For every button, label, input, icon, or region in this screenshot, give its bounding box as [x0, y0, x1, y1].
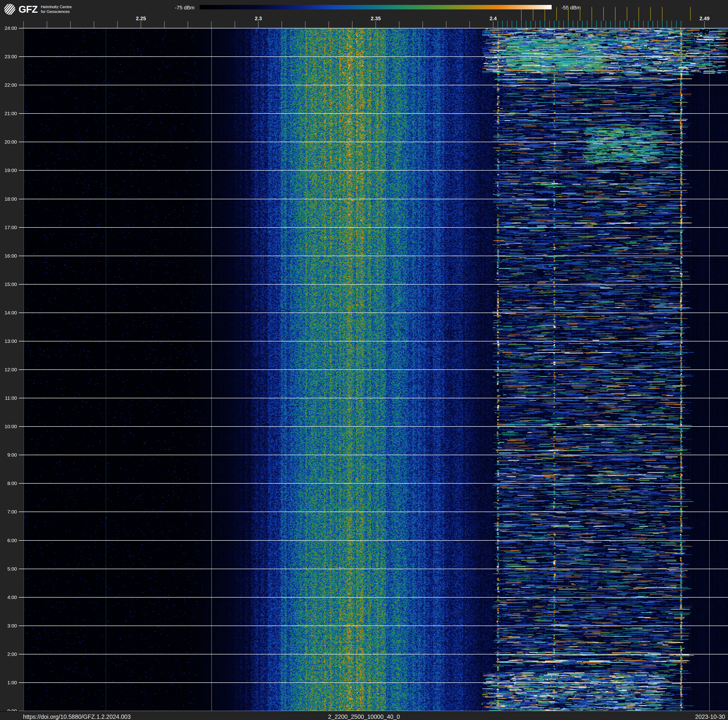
ble-channel-tick: [563, 21, 564, 28]
time-axis-label: 14:00: [5, 310, 17, 316]
ble-channel-tick: [610, 21, 611, 28]
ble-channel-tick: [521, 21, 522, 28]
hour-gridline: [19, 57, 728, 57]
freq-minor-tick: [470, 21, 470, 28]
ble-channel-tick: [535, 21, 536, 28]
time-axis-label: 16:00: [5, 253, 17, 259]
ble-channel-tick: [507, 21, 508, 28]
freq-minor-tick: [399, 21, 399, 28]
ble-channel-tick: [578, 21, 578, 28]
hour-gridline: [19, 113, 728, 114]
time-axis-label: 2:00: [7, 651, 17, 657]
hour-gridline: [19, 483, 728, 484]
hour-gridline: [19, 569, 728, 569]
ble-channel-tick: [634, 21, 634, 28]
ble-channel-tick: [676, 21, 677, 28]
hour-gridline: [19, 625, 728, 626]
ble-channel-tick: [596, 21, 597, 28]
hour-gridline: [19, 256, 728, 256]
time-axis-label: 18:00: [5, 196, 17, 202]
ble-channel-tick: [662, 21, 662, 28]
freq-minor-tick: [422, 21, 423, 28]
wifi-channel-tick: [639, 7, 639, 21]
time-axis-label: 10:00: [5, 424, 17, 429]
ble-channel-tick: [516, 21, 517, 28]
ble-channel-tick: [601, 21, 601, 28]
time-axis-label: 15:00: [5, 282, 17, 287]
time-axis-label: 12:00: [5, 367, 17, 372]
freq-tick-label: 2.25: [136, 15, 146, 21]
hour-gridline: [19, 170, 728, 171]
time-axis-label: 6:00: [7, 538, 17, 543]
wifi-channel-tick: [650, 7, 651, 21]
ble-channel-tick: [657, 21, 658, 28]
hour-gridline: [19, 682, 728, 683]
ble-channel-tick: [648, 21, 648, 28]
hour-gridline: [19, 199, 728, 199]
hour-gridline: [19, 512, 728, 512]
wifi-channel-tick: [662, 7, 662, 21]
hour-gridline: [19, 369, 728, 370]
hour-gridline: [19, 398, 728, 398]
ble-channel-tick: [639, 21, 639, 28]
ble-channel-tick: [606, 21, 606, 28]
gfz-logo-subtitle-line1: Helmholtz Centre: [41, 5, 72, 9]
gfz-logo-icon: [4, 4, 15, 15]
freq-minor-tick: [704, 21, 705, 28]
freq-minor-tick: [211, 21, 212, 28]
time-axis-label: 4:00: [7, 594, 17, 600]
ble-channel-tick: [502, 21, 503, 28]
freq-tick-label: 2.3: [255, 15, 262, 21]
gfz-logo-subtitle-line2: for Geosciences: [41, 9, 72, 14]
wifi-channel-tick: [568, 7, 569, 21]
freq-minor-tick: [493, 21, 493, 28]
ble-channel-tick: [554, 21, 554, 28]
hour-gridline: [19, 284, 728, 285]
time-axis-label: 19:00: [5, 167, 17, 173]
hour-gridline: [19, 227, 728, 228]
ble-channel-tick: [667, 21, 667, 28]
wifi-channel-tick: [592, 7, 592, 21]
freq-minor-tick: [117, 21, 118, 28]
ble-channel-tick: [498, 21, 498, 28]
time-axis-label: 5:00: [7, 566, 17, 572]
ble-channel-tick: [615, 21, 615, 28]
ble-channel-tick: [544, 21, 545, 28]
gfz-logo-subtitle: Helmholtz Centre for Geosciences: [41, 5, 72, 14]
wifi-channel-tick: [603, 7, 604, 21]
hour-gridline: [19, 540, 728, 541]
time-axis-label: 17:00: [5, 225, 17, 230]
ble-channel-tick: [629, 21, 630, 28]
date-label: 2023-10-30: [695, 714, 725, 720]
hour-gridline: [19, 313, 728, 313]
freq-minor-tick: [305, 21, 306, 28]
time-axis-label: 11:00: [5, 395, 17, 401]
gfz-logo: GFZ Helmholtz Centre for Geosciences: [4, 4, 72, 15]
ble-channel-tick: [582, 21, 583, 28]
wifi-channel-tick: [627, 7, 627, 21]
freq-minor-tick: [164, 21, 165, 28]
ble-channel-tick: [643, 21, 644, 28]
freq-minor-tick: [94, 21, 94, 28]
freq-minor-tick: [281, 21, 282, 28]
ble-channel-tick: [531, 21, 531, 28]
freq-minor-tick: [141, 21, 141, 28]
ble-channel-tick: [620, 21, 620, 28]
colorbar: [200, 5, 552, 9]
hour-gridline: [19, 455, 728, 455]
time-axis-label: 23:00: [5, 54, 17, 60]
hour-gridline: [19, 341, 728, 342]
freq-minor-tick: [23, 21, 24, 28]
wifi-channel-tick: [580, 7, 580, 21]
freq-minor-tick: [188, 21, 188, 28]
ble-channel-tick: [512, 21, 512, 28]
freq-minor-tick: [235, 21, 235, 28]
freq-tick-label: 2.35: [371, 15, 381, 21]
time-axis-label: 1:00: [7, 680, 17, 685]
gfz-logo-wordmark: GFZ: [18, 5, 38, 14]
freq-minor-tick: [258, 21, 258, 28]
time-axis-label: 20:00: [5, 139, 17, 145]
time-axis-label: 7:00: [7, 509, 17, 515]
wifi-channel-tick: [556, 7, 557, 21]
freq-minor-tick: [70, 21, 71, 28]
